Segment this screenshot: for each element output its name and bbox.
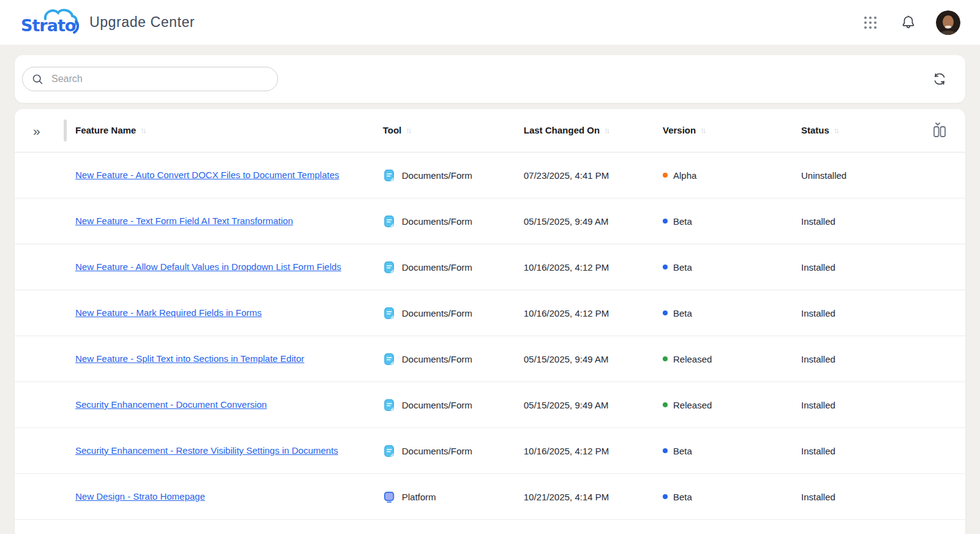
tool-label: Documents/Form: [402, 446, 472, 456]
version-label: Alpha: [673, 170, 696, 181]
version-label: Beta: [673, 262, 692, 273]
search-box[interactable]: [22, 67, 278, 91]
table-row: New Feature - Text Form Field AI Text Tr…: [15, 198, 965, 244]
last-changed-cell: 05/15/2025, 9:49 AM: [524, 400, 663, 410]
table-row: New Feature - Auto Convert DOCX Files to…: [15, 152, 965, 198]
document-icon: [383, 215, 396, 228]
tool-label: Documents/Form: [402, 216, 472, 227]
status-cell: Installed: [801, 446, 909, 456]
table-header-row: » Feature Name ↑↓ Tool ↑↓ Last Changed O…: [15, 109, 965, 152]
features-table: » Feature Name ↑↓ Tool ↑↓ Last Changed O…: [15, 109, 965, 534]
table-row: New Feature - Split Text into Sections i…: [15, 336, 965, 382]
tool-label: Documents/Form: [402, 354, 472, 364]
tool-label: Documents/Form: [402, 170, 472, 181]
sort-icon[interactable]: ↑↓: [834, 126, 840, 135]
strato-logo-icon: Strato: [20, 7, 83, 39]
column-header-status[interactable]: Status ↑↓: [801, 125, 840, 135]
feature-link[interactable]: Security Enhancement - Restore Visibilit…: [75, 445, 338, 456]
document-icon: [383, 169, 396, 182]
version-label: Beta: [673, 446, 692, 456]
status-cell: Installed: [801, 262, 909, 273]
version-dot: [663, 265, 668, 269]
tool-label: Platform: [402, 492, 436, 502]
sort-icon[interactable]: ↑↓: [140, 126, 146, 135]
feature-link[interactable]: New Feature - Mark Required Fields in Fo…: [75, 307, 262, 318]
document-icon: [383, 307, 396, 320]
last-changed-cell: 05/15/2025, 9:49 AM: [524, 354, 663, 364]
status-cell: Installed: [801, 216, 909, 227]
last-changed-cell: 10/16/2025, 4:12 PM: [524, 262, 663, 273]
table-row: New Design - Strato Homepage Platform 10…: [15, 474, 965, 520]
version-label: Beta: [673, 216, 692, 227]
column-header-feature-name[interactable]: Feature Name ↑↓: [75, 125, 146, 135]
feature-link[interactable]: New Design - Strato Homepage: [75, 491, 205, 502]
version-dot: [663, 494, 668, 499]
version-label: Released: [673, 400, 712, 410]
document-icon: [383, 261, 396, 274]
last-changed-cell: 10/16/2025, 4:12 PM: [524, 446, 663, 456]
version-dot: [663, 448, 668, 453]
table-row: Security Enhancement - Restore Visibilit…: [15, 428, 965, 474]
last-changed-cell: 10/21/2025, 4:14 PM: [524, 492, 663, 502]
expand-all-icon[interactable]: »: [33, 124, 40, 137]
top-bar: Strato Upgrade Center: [0, 0, 980, 45]
status-cell: Installed: [801, 400, 909, 410]
feature-link[interactable]: New Feature - Allow Default Values in Dr…: [75, 261, 341, 272]
search-icon: [31, 73, 44, 86]
tool-label: Documents/Form: [402, 262, 472, 273]
feature-link[interactable]: New Feature - Split Text into Sections i…: [75, 353, 304, 364]
platform-icon: [383, 491, 396, 503]
user-avatar[interactable]: [936, 10, 960, 35]
document-icon: [383, 399, 396, 412]
apps-grid-icon[interactable]: [860, 12, 881, 33]
column-resize-handle[interactable]: [64, 119, 67, 141]
version-dot: [663, 173, 668, 178]
column-header-tool[interactable]: Tool ↑↓: [383, 125, 412, 135]
version-label: Beta: [673, 492, 692, 502]
table-row: Security Enhancement - Document Conversi…: [15, 382, 965, 428]
page-title: Upgrade Center: [89, 14, 195, 31]
search-toolbar: [15, 55, 965, 103]
sort-icon[interactable]: ↑↓: [406, 126, 412, 135]
status-cell: Installed: [801, 308, 909, 318]
refresh-icon[interactable]: [930, 69, 949, 89]
status-cell: Installed: [801, 492, 909, 502]
sort-icon[interactable]: ↑↓: [700, 126, 706, 135]
feature-link[interactable]: New Feature - Auto Convert DOCX Files to…: [75, 170, 339, 180]
document-icon: [383, 445, 396, 457]
version-label: Released: [673, 354, 712, 364]
tool-label: Documents/Form: [402, 308, 472, 318]
feature-link[interactable]: Security Enhancement - Document Conversi…: [75, 399, 267, 410]
version-dot: [663, 219, 668, 224]
column-header-version[interactable]: Version ↑↓: [663, 125, 706, 135]
status-cell: Uninstalled: [801, 170, 909, 181]
document-icon: [383, 353, 396, 366]
notifications-bell-icon[interactable]: [898, 12, 919, 33]
column-settings-icon[interactable]: [931, 121, 948, 141]
version-dot: [663, 356, 668, 361]
tool-label: Documents/Form: [402, 400, 472, 410]
last-changed-cell: 05/15/2025, 9:49 AM: [524, 216, 663, 227]
feature-link[interactable]: New Feature - Text Form Field AI Text Tr…: [75, 216, 293, 226]
svg-text:Strato: Strato: [21, 16, 76, 35]
status-cell: Installed: [801, 354, 909, 364]
version-dot: [663, 402, 668, 407]
table-row: New Feature - Mark Required Fields in Fo…: [15, 290, 965, 336]
search-input[interactable]: [51, 73, 269, 85]
version-label: Beta: [673, 308, 692, 318]
last-changed-cell: 07/23/2025, 4:41 PM: [524, 170, 663, 181]
column-header-last-changed-on[interactable]: Last Changed On ↑↓: [524, 125, 610, 135]
version-dot: [663, 310, 668, 315]
table-row: New Feature - Allow Default Values in Dr…: [15, 244, 965, 290]
sort-icon[interactable]: ↑↓: [604, 126, 610, 135]
strato-logo: Strato: [20, 7, 83, 39]
last-changed-cell: 10/16/2025, 4:12 PM: [524, 308, 663, 318]
